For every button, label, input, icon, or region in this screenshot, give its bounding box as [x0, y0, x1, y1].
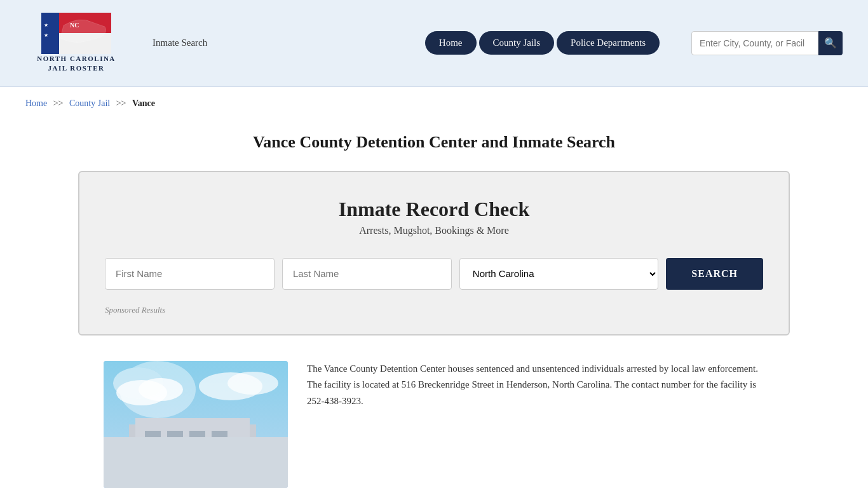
nc-flag-icon: ★ ★ NC	[41, 13, 111, 54]
svg-rect-12	[135, 418, 250, 488]
svg-point-8	[139, 378, 183, 401]
state-select[interactable]: AlabamaAlaskaArizonaArkansasCaliforniaCo…	[459, 258, 659, 290]
header-search-input[interactable]	[691, 31, 818, 55]
inmate-search-link[interactable]: Inmate Search	[153, 37, 207, 48]
svg-rect-20	[212, 450, 227, 463]
breadcrumb-sep-2: >>	[116, 98, 126, 108]
svg-rect-21	[180, 466, 202, 488]
svg-rect-14	[167, 431, 183, 444]
description-text: The Vance County Detention Center houses…	[307, 361, 764, 410]
header-search-button[interactable]: 🔍	[818, 31, 843, 55]
breadcrumb-sep-1: >>	[53, 98, 64, 108]
description-section: The Vance County Detention Center houses…	[78, 361, 790, 488]
svg-text:★: ★	[44, 22, 48, 28]
svg-text:★: ★	[44, 32, 48, 38]
record-search-row: AlabamaAlaskaArizonaArkansasCaliforniaCo…	[105, 258, 763, 290]
logo-area: ★ ★ NC NORTH CAROLINA JAIL ROSTER	[25, 13, 127, 74]
search-icon: 🔍	[824, 37, 837, 49]
breadcrumb-current: Vance	[132, 98, 155, 108]
record-check-subtitle: Arrests, Mugshot, Bookings & More	[105, 225, 763, 236]
svg-rect-13	[145, 431, 161, 444]
breadcrumb-home[interactable]: Home	[25, 98, 47, 108]
page-title-area: Vance County Detention Center and Inmate…	[0, 120, 868, 171]
nav-home-button[interactable]: Home	[425, 31, 477, 55]
svg-rect-16	[212, 431, 227, 444]
record-search-button[interactable]: SEARCH	[666, 258, 763, 290]
svg-rect-15	[189, 431, 205, 444]
header-search-area: 🔍	[691, 31, 843, 55]
facility-image-svg	[104, 361, 288, 488]
last-name-input[interactable]	[282, 258, 452, 290]
site-header: ★ ★ NC NORTH CAROLINA JAIL ROSTER Inmate…	[0, 0, 868, 87]
logo-text: NORTH CAROLINA JAIL ROSTER	[37, 54, 116, 74]
sponsored-results-label: Sponsored Results	[105, 305, 763, 315]
record-check-title: Inmate Record Check	[105, 198, 763, 221]
facility-image	[104, 361, 288, 488]
svg-rect-17	[145, 450, 161, 463]
nav-police-departments-button[interactable]: Police Departments	[557, 31, 660, 55]
record-check-box: Inmate Record Check Arrests, Mugshot, Bo…	[78, 171, 790, 336]
main-nav: Home County Jails Police Departments	[425, 31, 660, 55]
nav-county-jails-button[interactable]: County Jails	[479, 31, 555, 55]
svg-rect-19	[189, 450, 205, 463]
svg-text:NC: NC	[70, 22, 79, 29]
breadcrumb: Home >> County Jail >> Vance	[0, 87, 868, 120]
page-title: Vance County Detention Center and Inmate…	[25, 133, 843, 152]
breadcrumb-county-jail[interactable]: County Jail	[69, 98, 110, 108]
first-name-input[interactable]	[105, 258, 275, 290]
svg-point-10	[227, 372, 278, 395]
svg-rect-18	[167, 450, 183, 463]
